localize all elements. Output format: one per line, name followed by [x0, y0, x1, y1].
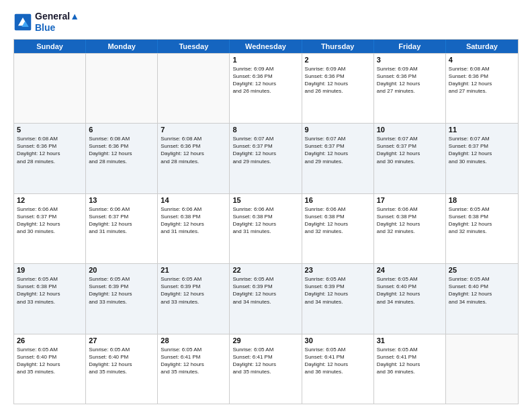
day-number: 18 [449, 196, 515, 204]
day-info: Sunrise: 6:07 AM Sunset: 6:37 PM Dayligh… [232, 135, 298, 165]
logo-icon [13, 13, 32, 32]
day-number: 27 [89, 336, 154, 345]
day-info: Sunrise: 6:05 AM Sunset: 6:41 PM Dayligh… [377, 346, 443, 376]
page: General▲ Blue SundayMondayTuesdayWednesd… [0, 0, 532, 411]
day-info: Sunrise: 6:08 AM Sunset: 6:36 PM Dayligh… [17, 135, 83, 165]
day-number: 15 [232, 196, 298, 204]
day-info: Sunrise: 6:07 AM Sunset: 6:37 PM Dayligh… [377, 135, 443, 165]
day-cell-8: 8Sunrise: 6:07 AM Sunset: 6:37 PM Daylig… [230, 124, 302, 193]
day-cell-17: 17Sunrise: 6:06 AM Sunset: 6:38 PM Dayli… [374, 194, 446, 263]
day-cell-3: 3Sunrise: 6:09 AM Sunset: 6:36 PM Daylig… [374, 54, 446, 123]
header: General▲ Blue [13, 11, 519, 34]
day-info: Sunrise: 6:05 AM Sunset: 6:40 PM Dayligh… [17, 346, 83, 376]
empty-cell [86, 54, 158, 123]
day-number: 26 [17, 336, 83, 345]
day-info: Sunrise: 6:05 AM Sunset: 6:39 PM Dayligh… [232, 275, 298, 306]
day-cell-29: 29Sunrise: 6:05 AM Sunset: 6:41 PM Dayli… [230, 334, 302, 404]
day-info: Sunrise: 6:05 AM Sunset: 6:39 PM Dayligh… [305, 275, 371, 306]
day-number: 29 [232, 336, 298, 345]
day-number: 30 [305, 336, 371, 345]
calendar: SundayMondayTuesdayWednesdayThursdayFrid… [13, 39, 519, 404]
day-cell-13: 13Sunrise: 6:06 AM Sunset: 6:37 PM Dayli… [86, 194, 158, 263]
day-cell-4: 4Sunrise: 6:08 AM Sunset: 6:36 PM Daylig… [446, 54, 518, 123]
day-cell-16: 16Sunrise: 6:06 AM Sunset: 6:38 PM Dayli… [302, 194, 374, 263]
day-cell-24: 24Sunrise: 6:05 AM Sunset: 6:40 PM Dayli… [374, 264, 446, 333]
empty-cell [158, 54, 230, 123]
calendar-row-2: 12Sunrise: 6:06 AM Sunset: 6:37 PM Dayli… [14, 193, 518, 263]
day-number: 11 [449, 126, 515, 134]
day-number: 21 [161, 266, 226, 274]
day-number: 1 [232, 56, 298, 64]
empty-cell [446, 334, 518, 404]
day-cell-15: 15Sunrise: 6:06 AM Sunset: 6:38 PM Dayli… [230, 194, 302, 263]
day-number: 22 [232, 266, 298, 274]
day-number: 10 [377, 126, 443, 134]
day-cell-22: 22Sunrise: 6:05 AM Sunset: 6:39 PM Dayli… [230, 264, 302, 333]
day-number: 3 [377, 56, 443, 64]
day-number: 13 [89, 196, 154, 204]
logo: General▲ Blue [13, 11, 79, 34]
day-cell-12: 12Sunrise: 6:06 AM Sunset: 6:37 PM Dayli… [14, 194, 86, 263]
day-cell-6: 6Sunrise: 6:08 AM Sunset: 6:36 PM Daylig… [86, 124, 158, 193]
calendar-body: 1Sunrise: 6:09 AM Sunset: 6:36 PM Daylig… [14, 53, 518, 404]
day-cell-9: 9Sunrise: 6:07 AM Sunset: 6:37 PM Daylig… [302, 124, 374, 193]
day-info: Sunrise: 6:07 AM Sunset: 6:37 PM Dayligh… [305, 135, 371, 165]
day-info: Sunrise: 6:06 AM Sunset: 6:37 PM Dayligh… [89, 205, 154, 236]
day-cell-26: 26Sunrise: 6:05 AM Sunset: 6:40 PM Dayli… [14, 334, 86, 404]
day-cell-10: 10Sunrise: 6:07 AM Sunset: 6:37 PM Dayli… [374, 124, 446, 193]
calendar-row-4: 26Sunrise: 6:05 AM Sunset: 6:40 PM Dayli… [14, 334, 518, 404]
day-cell-31: 31Sunrise: 6:05 AM Sunset: 6:41 PM Dayli… [374, 334, 446, 404]
day-info: Sunrise: 6:05 AM Sunset: 6:41 PM Dayligh… [161, 346, 226, 376]
logo-text: General▲ Blue [35, 11, 79, 34]
day-number: 2 [305, 56, 371, 64]
day-cell-27: 27Sunrise: 6:05 AM Sunset: 6:40 PM Dayli… [86, 334, 158, 404]
day-info: Sunrise: 6:05 AM Sunset: 6:38 PM Dayligh… [17, 275, 83, 306]
day-info: Sunrise: 6:08 AM Sunset: 6:36 PM Dayligh… [161, 135, 226, 165]
day-cell-11: 11Sunrise: 6:07 AM Sunset: 6:37 PM Dayli… [446, 124, 518, 193]
day-number: 12 [17, 196, 83, 204]
day-info: Sunrise: 6:05 AM Sunset: 6:41 PM Dayligh… [305, 346, 371, 376]
day-number: 14 [161, 196, 226, 204]
day-info: Sunrise: 6:05 AM Sunset: 6:40 PM Dayligh… [449, 275, 515, 306]
day-number: 23 [305, 266, 371, 274]
day-info: Sunrise: 6:09 AM Sunset: 6:36 PM Dayligh… [305, 65, 371, 95]
calendar-row-1: 5Sunrise: 6:08 AM Sunset: 6:36 PM Daylig… [14, 123, 518, 193]
header-day-sunday: Sunday [14, 40, 86, 53]
day-info: Sunrise: 6:05 AM Sunset: 6:40 PM Dayligh… [89, 346, 154, 376]
day-cell-23: 23Sunrise: 6:05 AM Sunset: 6:39 PM Dayli… [302, 264, 374, 333]
day-number: 20 [89, 266, 154, 274]
day-number: 4 [449, 56, 515, 64]
header-day-monday: Monday [86, 40, 158, 53]
header-day-tuesday: Tuesday [158, 40, 230, 53]
day-info: Sunrise: 6:06 AM Sunset: 6:38 PM Dayligh… [232, 205, 298, 236]
day-info: Sunrise: 6:06 AM Sunset: 6:38 PM Dayligh… [377, 205, 443, 236]
day-cell-25: 25Sunrise: 6:05 AM Sunset: 6:40 PM Dayli… [446, 264, 518, 333]
header-day-friday: Friday [374, 40, 446, 53]
calendar-row-3: 19Sunrise: 6:05 AM Sunset: 6:38 PM Dayli… [14, 263, 518, 333]
day-info: Sunrise: 6:05 AM Sunset: 6:41 PM Dayligh… [232, 346, 298, 376]
day-cell-30: 30Sunrise: 6:05 AM Sunset: 6:41 PM Dayli… [302, 334, 374, 404]
day-number: 19 [17, 266, 83, 274]
day-cell-20: 20Sunrise: 6:05 AM Sunset: 6:39 PM Dayli… [86, 264, 158, 333]
calendar-row-0: 1Sunrise: 6:09 AM Sunset: 6:36 PM Daylig… [14, 53, 518, 123]
day-info: Sunrise: 6:09 AM Sunset: 6:36 PM Dayligh… [377, 65, 443, 95]
day-cell-19: 19Sunrise: 6:05 AM Sunset: 6:38 PM Dayli… [14, 264, 86, 333]
day-info: Sunrise: 6:05 AM Sunset: 6:38 PM Dayligh… [449, 205, 515, 236]
header-day-thursday: Thursday [302, 40, 374, 53]
day-number: 25 [449, 266, 515, 274]
day-info: Sunrise: 6:06 AM Sunset: 6:38 PM Dayligh… [161, 205, 226, 236]
day-info: Sunrise: 6:05 AM Sunset: 6:40 PM Dayligh… [377, 275, 443, 306]
day-info: Sunrise: 6:08 AM Sunset: 6:36 PM Dayligh… [89, 135, 154, 165]
day-info: Sunrise: 6:07 AM Sunset: 6:37 PM Dayligh… [449, 135, 515, 165]
day-number: 24 [377, 266, 443, 274]
day-number: 17 [377, 196, 443, 204]
calendar-header: SundayMondayTuesdayWednesdayThursdayFrid… [14, 40, 518, 53]
day-info: Sunrise: 6:05 AM Sunset: 6:39 PM Dayligh… [161, 275, 226, 306]
day-cell-1: 1Sunrise: 6:09 AM Sunset: 6:36 PM Daylig… [230, 54, 302, 123]
day-info: Sunrise: 6:09 AM Sunset: 6:36 PM Dayligh… [232, 65, 298, 95]
day-info: Sunrise: 6:06 AM Sunset: 6:38 PM Dayligh… [305, 205, 371, 236]
day-cell-7: 7Sunrise: 6:08 AM Sunset: 6:36 PM Daylig… [158, 124, 230, 193]
day-cell-5: 5Sunrise: 6:08 AM Sunset: 6:36 PM Daylig… [14, 124, 86, 193]
day-number: 8 [232, 126, 298, 134]
day-number: 6 [89, 126, 154, 134]
